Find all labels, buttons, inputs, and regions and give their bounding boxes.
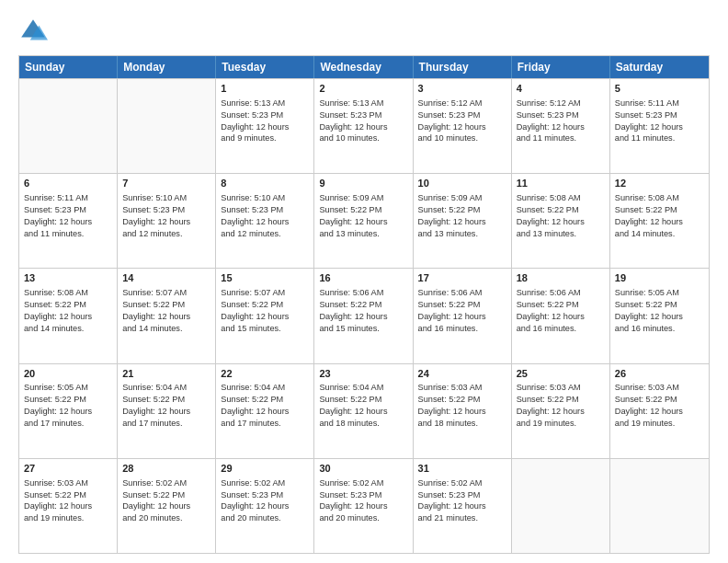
calendar-day-15: 15Sunrise: 5:07 AM Sunset: 5:22 PM Dayli… [216,269,314,362]
day-number: 6 [24,177,112,190]
day-info: Sunrise: 5:02 AM Sunset: 5:22 PM Dayligh… [122,478,190,523]
day-info: Sunrise: 5:08 AM Sunset: 5:22 PM Dayligh… [615,193,683,238]
day-number: 15 [221,271,309,285]
day-number: 20 [24,367,112,381]
header [18,17,710,46]
calendar-header: SundayMondayTuesdayWednesdayThursdayFrid… [19,56,709,78]
day-info: Sunrise: 5:10 AM Sunset: 5:23 PM Dayligh… [122,193,190,238]
day-number: 28 [122,462,210,476]
calendar-body: 1Sunrise: 5:13 AM Sunset: 5:23 PM Daylig… [19,78,709,553]
calendar-day-26: 26Sunrise: 5:03 AM Sunset: 5:22 PM Dayli… [610,364,709,458]
calendar-day-19: 19Sunrise: 5:05 AM Sunset: 5:22 PM Dayli… [610,269,709,362]
calendar-day-5: 5Sunrise: 5:11 AM Sunset: 5:23 PM Daylig… [610,79,709,173]
day-number: 4 [517,82,605,96]
calendar-week-2: 6Sunrise: 5:11 AM Sunset: 5:23 PM Daylig… [19,173,709,268]
day-info: Sunrise: 5:02 AM Sunset: 5:23 PM Dayligh… [221,478,289,523]
day-number: 31 [418,462,506,476]
day-number: 27 [24,462,112,476]
day-number: 16 [319,271,407,285]
day-number: 8 [221,177,309,190]
calendar-week-1: 1Sunrise: 5:13 AM Sunset: 5:23 PM Daylig… [19,78,709,173]
day-number: 14 [122,271,210,285]
day-number: 12 [615,177,704,190]
day-info: Sunrise: 5:11 AM Sunset: 5:23 PM Dayligh… [24,193,92,238]
day-info: Sunrise: 5:03 AM Sunset: 5:22 PM Dayligh… [615,383,683,428]
calendar-day-24: 24Sunrise: 5:03 AM Sunset: 5:22 PM Dayli… [414,364,512,458]
calendar-day-13: 13Sunrise: 5:08 AM Sunset: 5:22 PM Dayli… [19,269,118,362]
day-number: 7 [122,177,210,190]
day-number: 19 [615,271,704,285]
day-info: Sunrise: 5:02 AM Sunset: 5:23 PM Dayligh… [319,478,387,523]
day-number: 10 [418,177,506,190]
calendar-day-10: 10Sunrise: 5:09 AM Sunset: 5:22 PM Dayli… [414,174,512,268]
day-info: Sunrise: 5:07 AM Sunset: 5:22 PM Dayligh… [221,288,289,333]
day-info: Sunrise: 5:06 AM Sunset: 5:22 PM Dayligh… [319,288,387,333]
day-number: 25 [517,367,605,381]
calendar: SundayMondayTuesdayWednesdayThursdayFrid… [18,55,710,554]
calendar-day-2: 2Sunrise: 5:13 AM Sunset: 5:23 PM Daylig… [314,79,413,173]
day-info: Sunrise: 5:07 AM Sunset: 5:22 PM Dayligh… [122,288,190,333]
day-number: 29 [221,462,309,476]
calendar-day-7: 7Sunrise: 5:10 AM Sunset: 5:23 PM Daylig… [118,174,216,268]
calendar-empty-cell [512,459,610,553]
calendar-day-12: 12Sunrise: 5:08 AM Sunset: 5:22 PM Dayli… [610,174,709,268]
day-number: 26 [615,367,704,381]
day-info: Sunrise: 5:04 AM Sunset: 5:22 PM Dayligh… [319,383,387,428]
day-number: 23 [319,367,407,381]
day-number: 30 [319,462,407,476]
calendar-day-25: 25Sunrise: 5:03 AM Sunset: 5:22 PM Dayli… [512,364,610,458]
day-info: Sunrise: 5:06 AM Sunset: 5:22 PM Dayligh… [418,288,486,333]
header-day-friday: Friday [512,56,610,78]
header-day-thursday: Thursday [414,56,512,78]
day-number: 1 [221,82,309,96]
calendar-day-11: 11Sunrise: 5:08 AM Sunset: 5:22 PM Dayli… [512,174,610,268]
day-info: Sunrise: 5:10 AM Sunset: 5:23 PM Dayligh… [221,193,289,238]
day-number: 22 [221,367,309,381]
calendar-day-28: 28Sunrise: 5:02 AM Sunset: 5:22 PM Dayli… [118,459,216,553]
day-info: Sunrise: 5:05 AM Sunset: 5:22 PM Dayligh… [615,288,683,333]
day-info: Sunrise: 5:04 AM Sunset: 5:22 PM Dayligh… [122,383,190,428]
calendar-day-14: 14Sunrise: 5:07 AM Sunset: 5:22 PM Dayli… [118,269,216,362]
calendar-day-6: 6Sunrise: 5:11 AM Sunset: 5:23 PM Daylig… [19,174,118,268]
calendar-day-31: 31Sunrise: 5:02 AM Sunset: 5:23 PM Dayli… [414,459,512,553]
calendar-day-9: 9Sunrise: 5:09 AM Sunset: 5:22 PM Daylig… [314,174,413,268]
header-day-monday: Monday [118,56,216,78]
day-info: Sunrise: 5:06 AM Sunset: 5:22 PM Dayligh… [517,288,585,333]
day-info: Sunrise: 5:11 AM Sunset: 5:23 PM Dayligh… [615,98,683,144]
calendar-day-27: 27Sunrise: 5:03 AM Sunset: 5:22 PM Dayli… [19,459,118,553]
calendar-day-21: 21Sunrise: 5:04 AM Sunset: 5:22 PM Dayli… [118,364,216,458]
calendar-empty-cell [118,79,216,173]
calendar-day-18: 18Sunrise: 5:06 AM Sunset: 5:22 PM Dayli… [512,269,610,362]
calendar-day-3: 3Sunrise: 5:12 AM Sunset: 5:23 PM Daylig… [414,79,512,173]
day-number: 2 [319,82,407,96]
calendar-day-22: 22Sunrise: 5:04 AM Sunset: 5:22 PM Dayli… [216,364,314,458]
calendar-day-20: 20Sunrise: 5:05 AM Sunset: 5:22 PM Dayli… [19,364,118,458]
header-day-tuesday: Tuesday [216,56,314,78]
calendar-day-29: 29Sunrise: 5:02 AM Sunset: 5:23 PM Dayli… [216,459,314,553]
day-number: 21 [122,367,210,381]
day-info: Sunrise: 5:03 AM Sunset: 5:22 PM Dayligh… [24,478,92,523]
calendar-day-8: 8Sunrise: 5:10 AM Sunset: 5:23 PM Daylig… [216,174,314,268]
day-info: Sunrise: 5:09 AM Sunset: 5:22 PM Dayligh… [319,193,387,238]
header-day-sunday: Sunday [19,56,118,78]
page: SundayMondayTuesdayWednesdayThursdayFrid… [0,0,728,563]
day-info: Sunrise: 5:05 AM Sunset: 5:22 PM Dayligh… [24,383,92,428]
day-number: 18 [517,271,605,285]
calendar-empty-cell [19,79,118,173]
logo-icon [18,17,48,46]
header-day-saturday: Saturday [610,56,709,78]
day-number: 24 [418,367,506,381]
calendar-week-5: 27Sunrise: 5:03 AM Sunset: 5:22 PM Dayli… [19,458,709,553]
day-info: Sunrise: 5:04 AM Sunset: 5:22 PM Dayligh… [221,383,289,428]
calendar-day-23: 23Sunrise: 5:04 AM Sunset: 5:22 PM Dayli… [314,364,413,458]
day-number: 9 [319,177,407,190]
day-info: Sunrise: 5:08 AM Sunset: 5:22 PM Dayligh… [517,193,585,238]
day-number: 11 [517,177,605,190]
day-number: 5 [615,82,704,96]
day-number: 3 [418,82,506,96]
calendar-day-1: 1Sunrise: 5:13 AM Sunset: 5:23 PM Daylig… [216,79,314,173]
calendar-week-4: 20Sunrise: 5:05 AM Sunset: 5:22 PM Dayli… [19,363,709,458]
day-info: Sunrise: 5:12 AM Sunset: 5:23 PM Dayligh… [418,98,486,144]
day-info: Sunrise: 5:13 AM Sunset: 5:23 PM Dayligh… [221,98,289,144]
calendar-day-16: 16Sunrise: 5:06 AM Sunset: 5:22 PM Dayli… [314,269,413,362]
